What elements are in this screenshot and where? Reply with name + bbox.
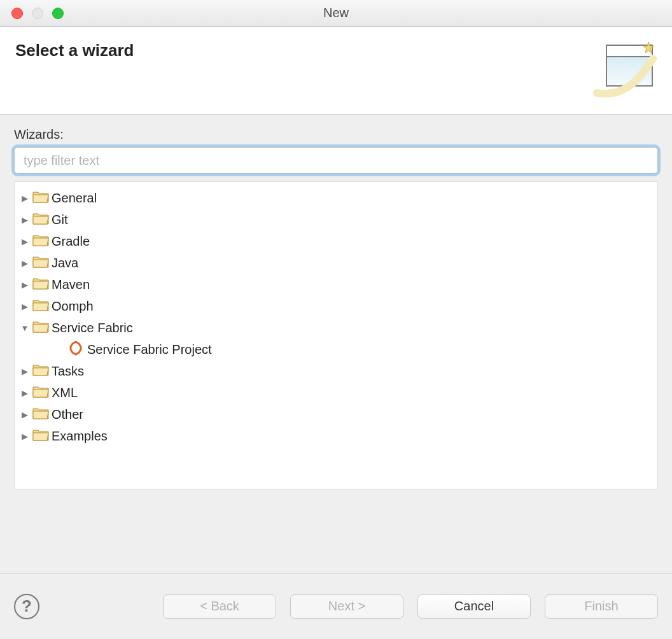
folder-icon	[32, 234, 49, 246]
wizard-body: Wizards: ▶ General▶ Git▶ Gradle▶ Java▶ M…	[0, 115, 672, 573]
tree-item[interactable]: ▶ General	[18, 187, 654, 209]
chevron-down-icon: ▼	[18, 323, 31, 333]
tree-item[interactable]: ▶ XML	[18, 382, 654, 404]
button-row: < Back Next > Cancel Finish	[163, 594, 658, 619]
tree-item-label: Tasks	[52, 364, 84, 379]
help-icon: ?	[22, 596, 32, 616]
service-fabric-icon	[68, 341, 83, 356]
cancel-button[interactable]: Cancel	[417, 594, 531, 619]
chevron-right-icon: ▶	[18, 367, 31, 376]
folder-icon	[32, 212, 49, 225]
tree-item-label: XML	[52, 386, 78, 400]
tree-item[interactable]: ▶ Java	[18, 252, 654, 274]
back-button[interactable]: < Back	[163, 594, 276, 619]
chevron-right-icon: ▶	[18, 302, 31, 311]
finish-button[interactable]: Finish	[545, 594, 658, 619]
tree-item[interactable]: ▶ Maven	[18, 274, 654, 295]
folder-icon	[32, 385, 49, 398]
chevron-right-icon: ▶	[18, 410, 31, 419]
folder-icon	[32, 190, 49, 203]
tree-item-label: Other	[52, 407, 83, 422]
tree-item[interactable]: ▶ Oomph	[18, 295, 654, 317]
tree-item-label: Gradle	[52, 234, 90, 249]
tree-item-label: Maven	[52, 277, 90, 292]
tree-item-label: Git	[52, 213, 68, 227]
titlebar: New	[0, 0, 672, 27]
tree-item[interactable]: ▶ Gradle	[18, 230, 654, 252]
chevron-right-icon: ▶	[18, 193, 31, 203]
folder-icon	[32, 277, 49, 290]
tree-item[interactable]: ▼ Service Fabric	[18, 317, 654, 339]
traffic-lights	[11, 8, 64, 19]
wizard-header: Select a wizard	[0, 27, 672, 115]
page-title: Select a wizard	[15, 41, 134, 60]
tree-item[interactable]: ▶ Examples	[18, 425, 654, 447]
chevron-right-icon: ▶	[18, 258, 31, 268]
close-window-button[interactable]	[11, 8, 23, 19]
folder-icon	[32, 255, 49, 268]
wizard-tree[interactable]: ▶ General▶ Git▶ Gradle▶ Java▶ Maven▶ Oom…	[14, 181, 658, 489]
chevron-right-icon: ▶	[18, 237, 31, 246]
next-button[interactable]: Next >	[290, 594, 403, 619]
tree-item-label: Examples	[52, 429, 108, 444]
folder-icon	[32, 298, 49, 311]
wizards-label: Wizards:	[14, 127, 658, 142]
tree-item[interactable]: ▶ Other	[18, 404, 654, 425]
tree-item[interactable]: ▶ Git	[18, 209, 654, 230]
tree-item-label: Service Fabric	[52, 321, 133, 335]
folder-icon	[32, 363, 49, 376]
folder-icon	[32, 428, 49, 441]
filter-input[interactable]	[14, 147, 658, 174]
chevron-right-icon: ▶	[18, 280, 31, 290]
tree-item[interactable]: ▶ Tasks	[18, 360, 654, 382]
minimize-window-button[interactable]	[32, 8, 43, 19]
chevron-right-icon: ▶	[18, 215, 31, 225]
folder-icon	[32, 320, 49, 333]
tree-item-label: Oomph	[52, 299, 94, 314]
tree-item-label: Java	[52, 256, 78, 270]
tree-item-label: Service Fabric Project	[87, 342, 212, 357]
folder-icon	[32, 407, 49, 419]
tree-item-child[interactable]: Service Fabric Project	[18, 339, 654, 360]
help-button[interactable]: ?	[14, 594, 39, 619]
chevron-right-icon: ▶	[18, 432, 31, 441]
wizard-banner-icon	[593, 41, 657, 104]
chevron-right-icon: ▶	[18, 388, 31, 398]
window-title: New	[0, 6, 672, 20]
zoom-window-button[interactable]	[52, 8, 64, 19]
tree-item-label: General	[52, 191, 97, 206]
wizard-footer: ? < Back Next > Cancel Finish	[0, 573, 672, 639]
